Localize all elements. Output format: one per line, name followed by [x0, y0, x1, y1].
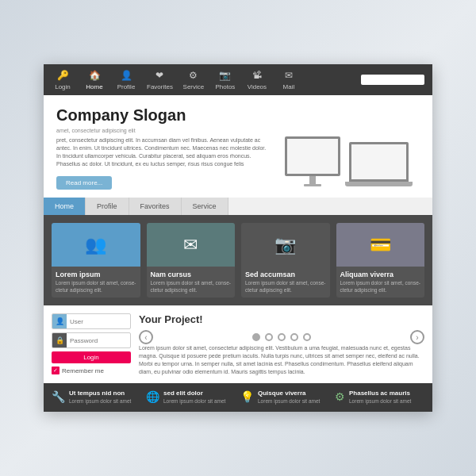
password-field: 🔒 [52, 332, 131, 348]
card-1-icon-area: 👥 [52, 223, 140, 267]
footer-text-4: Lorem ipsum dolor sit amet [349, 398, 411, 405]
video-icon: 📽 [251, 69, 263, 82]
footer: 🔧 Ut tempus nid non Lorem ipsum dolor si… [44, 383, 432, 411]
card-3-icon-area: 📷 [241, 223, 330, 267]
dot-5[interactable] [303, 333, 311, 341]
home-icon: 🏠 [88, 69, 101, 82]
mail-icon: ✉ [282, 69, 295, 82]
lower-section: 👤 🔒 Login ✓ Remember me Your Project! ‹ [44, 305, 432, 383]
camera-icon: 📷 [219, 69, 232, 82]
website-mockup: 🔑 Login 🏠 Home 👤 Profile ❤ Favorites ⚙ S… [44, 64, 432, 412]
envelope-icon: ✉ [183, 235, 198, 255]
project-title: Your Project! [139, 313, 424, 325]
card-2-title: Nam cursus [151, 271, 232, 278]
prev-arrow-button[interactable]: ‹ [139, 330, 153, 344]
monitor-screen-inner [287, 139, 338, 174]
footer-title-1: Ut tempus nid non [69, 390, 131, 397]
nav-item-login[interactable]: 🔑 Login [52, 69, 74, 90]
tab-home[interactable]: Home [44, 198, 86, 215]
card-4: 💳 Aliquam viverra Lorem ipsum dolor sit … [336, 223, 425, 298]
login-button[interactable]: Login [52, 351, 131, 363]
user-field-icon: 👤 [52, 314, 67, 328]
password-input[interactable] [67, 336, 130, 346]
password-field-icon: 🔒 [52, 333, 67, 347]
hero-image [277, 106, 420, 190]
nav-item-mail[interactable]: ✉ Mail [278, 69, 300, 90]
card-1-text: Lorem ipsum dolor sit amet, conse- ctetu… [56, 280, 136, 294]
footer-item-4: ⚙ Phasellus ac mauris Lorem ipsum dolor … [335, 390, 424, 405]
dot-1[interactable] [252, 333, 260, 341]
laptop-base [345, 182, 413, 186]
search-input[interactable] [361, 75, 424, 85]
footer-content-2: sed elit dolor Lorem ipsum dolor sit ame… [163, 390, 225, 405]
dot-4[interactable] [290, 333, 298, 341]
card-4-icon-area: 💳 [336, 223, 425, 267]
username-input[interactable] [67, 317, 130, 327]
card-4-text: Lorem ipsum dolor sit amet, conse- ctetu… [340, 280, 421, 294]
footer-text-3: Lorem ipsum dolor sit amet [258, 398, 320, 405]
card-2-body: Nam cursus Lorem ipsum dolor sit amet, c… [147, 267, 236, 298]
footer-title-2: sed elit dolor [163, 390, 225, 397]
laptop-screen-inner [351, 144, 406, 179]
project-text: Lorem ipsum dolor sit amet, consectetur … [139, 344, 424, 375]
hero-body: pret, consectetur adipiscing elit. In ac… [56, 136, 269, 167]
footer-title-3: Quisque viverra [258, 390, 320, 397]
tab-favorites[interactable]: Favorites [129, 198, 182, 215]
tabs-bar: Home Profile Favorites Service [44, 198, 432, 215]
footer-item-3: 💡 Quisque viverra Lorem ipsum dolor sit … [240, 390, 330, 405]
footer-title-4: Phasellus ac mauris [349, 390, 411, 397]
footer-content-4: Phasellus ac mauris Lorem ipsum dolor si… [349, 390, 411, 405]
users-icon: 👥 [85, 235, 106, 255]
footer-item-1: 🔧 Ut tempus nid non Lorem ipsum dolor si… [52, 390, 141, 405]
pagination-dots [252, 333, 311, 341]
monitor-base [304, 184, 321, 186]
nav-item-photos[interactable]: 📷 Photos [214, 69, 236, 90]
login-panel: 👤 🔒 Login ✓ Remember me [52, 313, 131, 375]
footer-text-2: Lorem ipsum dolor sit amet [163, 398, 225, 405]
settings-icon: ⚙ [335, 390, 345, 403]
card-2-icon-area: ✉ [147, 223, 236, 267]
monitor-graphic [285, 136, 340, 186]
bulb-icon: 💡 [240, 390, 254, 403]
tab-profile[interactable]: Profile [86, 198, 129, 215]
monitor-stand [309, 176, 316, 184]
globe-icon: 🌐 [146, 390, 159, 403]
dot-3[interactable] [278, 333, 286, 341]
tab-service[interactable]: Service [182, 198, 228, 215]
cards-section: 👥 Lorem ipsum Lorem ipsum dolor sit amet… [44, 215, 432, 305]
card-1-title: Lorem ipsum [56, 271, 136, 278]
user-icon: 👤 [120, 69, 132, 82]
nav-bar: 🔑 Login 🏠 Home 👤 Profile ❤ Favorites ⚙ S… [44, 64, 432, 95]
nav-item-videos[interactable]: 📽 Videos [246, 69, 268, 90]
project-panel: Your Project! ‹ › Lorem ipsum dolor sit … [139, 313, 424, 375]
footer-content-1: Ut tempus nid non Lorem ipsum dolor sit … [69, 390, 131, 405]
hero-text: Company Slogan amet, consectetur adipisc… [56, 106, 269, 190]
gear-icon: ⚙ [187, 69, 200, 82]
laptop-graphic [345, 142, 413, 186]
laptop-screen [349, 142, 409, 182]
nav-item-service[interactable]: ⚙ Service [182, 69, 205, 90]
next-arrow-button[interactable]: › [410, 330, 424, 344]
heart-icon: ❤ [153, 69, 166, 82]
footer-content-3: Quisque viverra Lorem ipsum dolor sit am… [258, 390, 320, 405]
nav-item-profile[interactable]: 👤 Profile [115, 69, 137, 90]
remember-label: Remember me [62, 367, 104, 374]
footer-item-2: 🌐 sed elit dolor Lorem ipsum dolor sit a… [146, 390, 236, 405]
card-1: 👥 Lorem ipsum Lorem ipsum dolor sit amet… [52, 223, 140, 298]
remember-checkbox[interactable]: ✓ [52, 367, 60, 374]
key-icon: 🔑 [56, 69, 69, 82]
card-3-body: Sed accumsan Lorem ipsum dolor sit amet,… [241, 267, 330, 298]
card-4-title: Aliquam viverra [340, 271, 421, 278]
card-icon: 💳 [370, 235, 391, 255]
footer-text-1: Lorem ipsum dolor sit amet [69, 398, 131, 405]
nav-item-favorites[interactable]: ❤ Favorites [147, 69, 173, 90]
card-3: 📷 Sed accumsan Lorem ipsum dolor sit ame… [241, 223, 330, 298]
card-3-text: Lorem ipsum dolor sit amet, conse- ctetu… [245, 280, 326, 294]
user-field: 👤 [52, 313, 131, 329]
nav-item-home[interactable]: 🏠 Home [83, 69, 106, 90]
card-4-body: Aliquam viverra Lorem ipsum dolor sit am… [336, 267, 425, 298]
dot-2[interactable] [265, 333, 273, 341]
hero-url: amet, consectetur adipiscing elit [56, 128, 269, 133]
read-more-button[interactable]: Read more... [56, 176, 112, 190]
card-2: ✉ Nam cursus Lorem ipsum dolor sit amet,… [147, 223, 236, 298]
